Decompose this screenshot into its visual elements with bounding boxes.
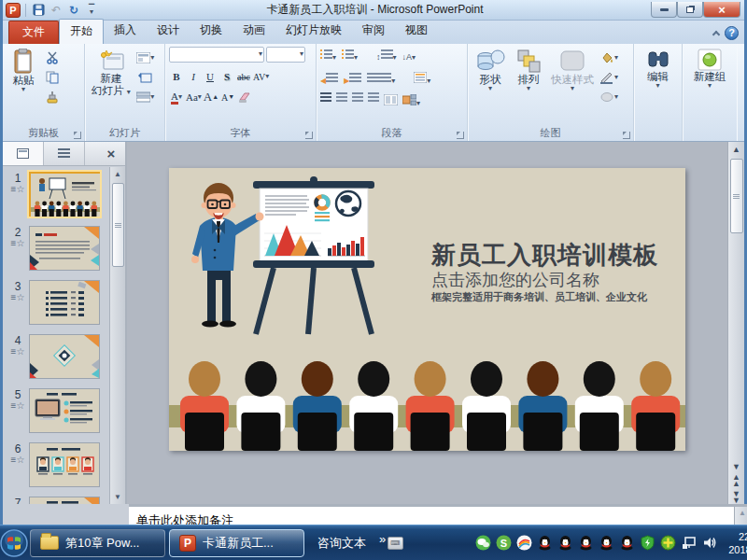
grow-font-button[interactable]: A▲ [204,90,218,105]
arrange-button[interactable]: 排列 ▾ [512,47,545,126]
next-slide-icon[interactable]: ▼▼ [732,491,740,504]
text-shadow-button[interactable]: S [219,69,234,84]
slide-thumbnail-4[interactable]: 4≡☆ [7,334,125,379]
drawing-dialog-launcher-icon[interactable] [623,132,630,139]
network-tray-icon[interactable] [681,535,697,551]
redo-icon[interactable]: ↻ [66,3,81,18]
slide-thumbnail-3[interactable]: 3≡☆ [7,280,125,325]
line-spacing-icon[interactable]: ↕▾ [376,47,397,63]
shape-effects-icon[interactable]: ▾ [599,89,618,105]
shrink-font-button[interactable]: A▼ [220,90,235,105]
qq-tray-icon[interactable] [599,535,614,551]
scroll-up-icon[interactable]: ▲ [739,509,746,517]
thumbnail-preview[interactable] [29,280,100,325]
slide-thumbnail-2[interactable]: 2≡☆ [7,226,125,271]
italic-button[interactable]: I [186,69,201,84]
cut-icon[interactable] [43,49,62,66]
new-slide-button[interactable]: 新建 幻灯片 ▾ [89,47,134,126]
change-case-button[interactable]: Aa▾ [186,90,202,105]
qq-tray-icon[interactable] [619,535,635,551]
quick-styles-button[interactable]: 快速样式 ▾ [548,47,597,126]
thumbnail-preview[interactable] [29,497,100,504]
shield-tray-icon[interactable] [640,535,655,551]
thumbnail-preview[interactable] [29,172,100,217]
font-dialog-launcher-icon[interactable] [305,132,313,139]
titlebar[interactable]: P ↶ ↻ ▔▾ 卡通新员工入职培训 - Microsoft PowerPoin… [3,0,744,21]
columns-icon[interactable]: ▾ [367,70,395,87]
slide-title[interactable]: 新员工入职培训模板 [431,239,658,272]
taskbar-button-2[interactable]: P卡通新员工... [169,529,304,557]
scroll-up-icon[interactable]: ▲ [732,142,740,157]
scrollbar-thumb[interactable] [112,183,124,267]
font-name-combobox[interactable] [169,47,264,63]
restore-button[interactable] [677,2,703,18]
paste-button[interactable]: 粘贴 ▾ [7,47,40,126]
qq-tray-icon[interactable] [537,535,553,551]
sogou-tray-icon[interactable] [516,535,532,551]
tab-4[interactable]: 切换 [190,19,233,44]
editing-button[interactable]: 编辑 ▾ [641,47,675,126]
clear-formatting-icon[interactable] [237,90,252,105]
start-button[interactable] [0,525,28,560]
thumbnail-preview[interactable] [29,442,100,487]
scrollbar-thumb[interactable] [730,159,743,233]
keyboard-tray-icon[interactable]: ⌨ [388,535,403,551]
ribbon-collapse-icon[interactable] [713,24,719,41]
decrease-indent-icon[interactable]: ◀ [320,70,338,87]
paragraph-dialog-launcher-icon[interactable] [457,132,464,139]
editor-scrollbar[interactable]: ▲ ▼ ▲▲ ▼▼ [727,142,744,504]
tab-3[interactable]: 设计 [147,19,190,44]
tab-2[interactable]: 插入 [104,19,147,44]
slide-thumbnail-7[interactable]: 7≡☆ [7,497,125,504]
align-text-icon[interactable]: ▾ [414,70,430,87]
thumbnail-preview[interactable] [29,334,100,379]
close-button[interactable]: × [703,2,740,18]
save-icon[interactable] [31,3,46,18]
skype-tray-icon[interactable]: S [496,535,512,551]
increase-indent-icon[interactable]: ▶ [344,70,361,87]
justify-icon[interactable] [368,92,379,103]
copy-icon[interactable] [43,69,62,86]
numbering-icon[interactable]: ▾ [342,47,358,63]
panel-close-icon[interactable]: × [97,142,125,165]
tab-8[interactable]: 视图 [395,19,438,44]
qq-tray-icon[interactable] [578,535,594,551]
tab-6[interactable]: 幻灯片放映 [275,19,352,44]
shape-fill-icon[interactable]: ▾ [599,49,618,66]
tab-5[interactable]: 动画 [233,19,275,44]
scroll-down-icon[interactable]: ▼ [114,490,121,504]
tab-outline[interactable] [44,142,85,165]
shape-outline-icon[interactable]: ▾ [599,69,618,86]
undo-icon[interactable]: ↶ [49,3,63,18]
character-spacing-button[interactable]: AV▾ [253,69,269,84]
slide-canvas[interactable]: 新员工入职培训模板 点击添加您的公司名称 框架完整适用于商务培训、员工培训、企业… [169,168,685,451]
underline-button[interactable]: U [203,69,218,84]
font-color-button[interactable]: A▾ [169,90,184,105]
powerpoint-app-icon[interactable]: P [6,3,21,18]
reset-icon[interactable] [136,69,155,86]
format-painter-icon[interactable] [43,89,62,105]
smartart-icon[interactable]: ▾ [402,92,420,109]
slide-tagline[interactable]: 框架完整适用于商务培训、员工培训、企业文化 [431,290,647,304]
tab-slides-thumbnails[interactable] [3,142,44,165]
slide-subtitle[interactable]: 点击添加您的公司名称 [431,269,599,291]
slide-thumbnail-6[interactable]: 6≡☆ [7,442,125,487]
text-direction-icon[interactable]: ↓A▾ [402,47,416,63]
speaker-tray-icon[interactable] [701,535,717,551]
thumbnail-preview[interactable] [29,388,100,433]
thumbnails-scrollbar[interactable]: ▲ ▼ [109,167,125,504]
tab-7[interactable]: 审阅 [352,19,395,44]
plusball-tray-icon[interactable] [660,535,676,551]
tab-1[interactable]: 开始 [59,19,104,44]
font-size-combobox[interactable] [266,47,305,63]
qat-customize-icon[interactable]: ▔▾ [84,3,99,18]
scroll-up-icon[interactable]: ▲ [114,167,121,181]
help-icon[interactable]: ? [725,26,739,40]
wechat-tray-icon[interactable] [475,535,491,551]
new-group-button[interactable]: 新建组 ▾ [691,47,729,126]
shapes-button[interactable]: 形状 ▾ [472,47,509,126]
minimize-button[interactable] [651,2,677,18]
qq-tray-icon[interactable] [557,535,573,551]
clipboard-dialog-launcher-icon[interactable] [74,132,81,139]
tab-file[interactable]: 文件 [8,21,59,44]
